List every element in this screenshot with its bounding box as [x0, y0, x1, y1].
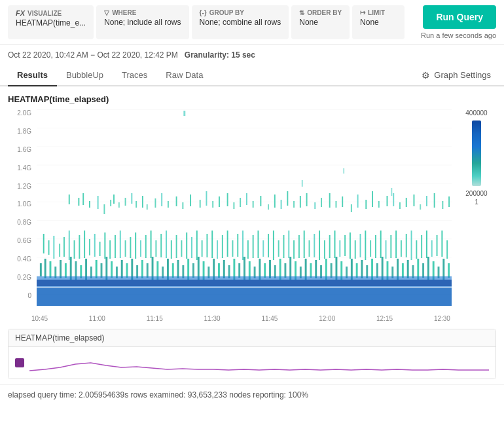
svg-rect-74: [104, 232, 105, 259]
limit-button[interactable]: ↦ LIMIT None: [352, 5, 405, 39]
svg-rect-148: [70, 257, 72, 280]
svg-rect-90: [186, 232, 187, 259]
svg-rect-224: [37, 280, 452, 286]
svg-rect-120: [339, 240, 340, 257]
svg-rect-164: [152, 257, 154, 280]
svg-rect-61: [448, 196, 450, 207]
footer-stats: elapsed query time: 2.005954639s rows ex…: [0, 384, 504, 405]
svg-rect-199: [331, 263, 333, 278]
graph-settings-button[interactable]: ⚙ Graph Settings: [416, 67, 496, 83]
run-query-button[interactable]: Run Query: [423, 5, 496, 29]
svg-rect-10: [103, 204, 105, 214]
svg-rect-51: [378, 201, 380, 208]
svg-rect-36: [274, 195, 276, 208]
svg-rect-54: [399, 202, 401, 209]
svg-rect-172: [192, 263, 194, 278]
svg-rect-95: [211, 231, 213, 258]
legend-gradient: [472, 121, 481, 186]
svg-rect-187: [269, 260, 271, 278]
svg-rect-78: [125, 240, 126, 257]
svg-rect-8: [89, 201, 90, 208]
svg-rect-118: [329, 235, 331, 258]
svg-rect-143: [45, 259, 46, 278]
svg-rect-168: [172, 263, 174, 278]
svg-rect-205: [361, 260, 363, 278]
tab-results[interactable]: Results: [8, 65, 57, 86]
svg-rect-80: [135, 232, 136, 259]
svg-rect-16: [135, 201, 137, 208]
limit-icon: ↦: [360, 9, 365, 16]
chart-area: HEATMAP(time_elapsed) 2.0G 1.8G 1.6G 1.4…: [0, 86, 504, 322]
svg-rect-72: [94, 234, 96, 257]
svg-rect-24: [190, 195, 191, 206]
svg-rect-75: [109, 240, 111, 259]
svg-rect-55: [406, 198, 407, 207]
svg-rect-195: [310, 263, 312, 278]
order-by-button[interactable]: ⇅ ORDER BY None: [291, 5, 350, 39]
svg-rect-122: [350, 232, 351, 259]
svg-rect-178: [223, 260, 225, 278]
svg-rect-23: [182, 202, 183, 209]
svg-rect-82: [145, 235, 147, 258]
svg-rect-190: [284, 263, 286, 278]
svg-rect-71: [89, 239, 90, 255]
svg-rect-25: [200, 200, 201, 208]
svg-rect-213: [402, 263, 404, 278]
tab-traces[interactable]: Traces: [113, 65, 156, 86]
svg-rect-204: [356, 263, 358, 278]
svg-rect-35: [268, 204, 269, 210]
svg-rect-85: [160, 234, 162, 257]
svg-rect-125: [365, 231, 366, 260]
limit-label: ↦ LIMIT: [360, 9, 397, 16]
svg-rect-137: [426, 231, 427, 258]
svg-rect-97: [222, 235, 223, 258]
svg-rect-29: [227, 193, 228, 206]
limit-value: None: [360, 18, 397, 27]
svg-rect-116: [319, 231, 320, 260]
svg-rect-6: [78, 198, 79, 206]
svg-rect-101: [242, 231, 243, 260]
svg-rect-34: [260, 196, 261, 206]
order-by-label: ⇅ ORDER BY: [299, 9, 342, 16]
svg-rect-218: [427, 257, 429, 280]
svg-rect-40: [300, 196, 301, 208]
svg-rect-37: [281, 200, 282, 209]
svg-rect-173: [198, 257, 200, 280]
svg-rect-3: [37, 288, 452, 306]
heatmap-chart[interactable]: [37, 109, 452, 312]
svg-rect-63: [48, 240, 50, 255]
svg-rect-146: [60, 260, 62, 278]
svg-rect-110: [288, 231, 289, 258]
svg-rect-73: [99, 242, 101, 256]
svg-rect-191: [289, 257, 291, 280]
svg-rect-113: [304, 231, 305, 258]
group-by-value: None; combine all rows: [200, 18, 281, 27]
tab-raw-data[interactable]: Raw Data: [156, 65, 212, 86]
svg-rect-88: [176, 235, 177, 258]
footer-text: elapsed query time: 2.005954639s rows ex…: [8, 390, 308, 399]
svg-rect-186: [264, 263, 266, 278]
svg-rect-103: [253, 235, 254, 258]
svg-rect-60: [442, 201, 443, 209]
svg-rect-4: [183, 111, 185, 116]
svg-rect-162: [141, 260, 143, 278]
svg-rect-163: [147, 263, 149, 278]
svg-rect-177: [218, 263, 220, 278]
svg-rect-227: [391, 188, 392, 196]
tabs-bar: Results BubbleUp Traces Raw Data ⚙ Graph…: [0, 65, 504, 86]
where-button[interactable]: ▽ WHERE None; include all rows: [96, 5, 189, 39]
svg-rect-83: [151, 231, 152, 258]
svg-rect-56: [413, 195, 414, 206]
group-by-button[interactable]: {-} GROUP BY None; combine all rows: [192, 5, 289, 39]
svg-rect-76: [115, 235, 116, 258]
svg-rect-214: [407, 260, 409, 278]
svg-rect-38: [287, 191, 288, 206]
svg-rect-13: [118, 202, 120, 208]
where-label: ▽ WHERE: [104, 9, 181, 16]
svg-rect-11: [110, 200, 111, 206]
svg-rect-39: [293, 201, 295, 208]
tab-bubbleup[interactable]: BubbleUp: [57, 65, 113, 86]
svg-rect-43: [321, 198, 322, 207]
visualize-button[interactable]: fx VISUALIZE HEATMAP(time_e...: [8, 5, 94, 39]
svg-rect-22: [176, 196, 177, 206]
